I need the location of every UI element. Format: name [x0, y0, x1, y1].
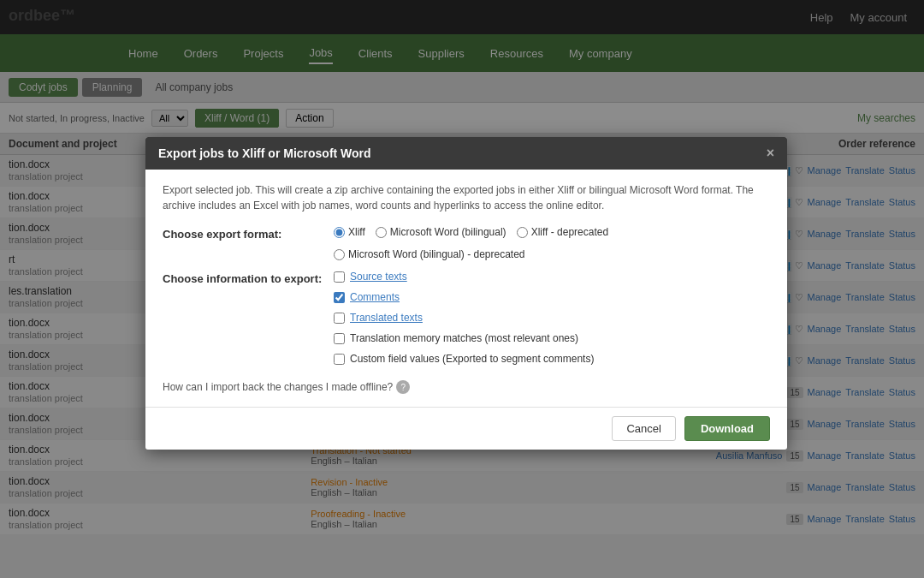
- help-icon[interactable]: ?: [396, 380, 410, 394]
- format-msword-dep[interactable]: Microsoft Word (bilingual) - deprecated: [334, 248, 525, 260]
- format-xliff-dep[interactable]: Xliff - deprecated: [517, 226, 609, 238]
- opt-comments[interactable]: Comments: [334, 291, 594, 303]
- modal-body: Export selected job. This will create a …: [145, 170, 787, 407]
- modal-footer: Cancel Download: [145, 407, 787, 450]
- opt-source-label: Source texts: [350, 271, 407, 283]
- info-row: Choose information to export: Source tex…: [163, 271, 770, 370]
- format-row: Choose export format: Xliff Microsoft Wo…: [163, 226, 770, 260]
- format-msword-label: Microsoft Word (bilingual): [390, 226, 506, 238]
- format-msword[interactable]: Microsoft Word (bilingual): [376, 226, 506, 238]
- opt-source-checkbox[interactable]: [334, 271, 345, 283]
- modal-close-btn[interactable]: ×: [767, 146, 774, 161]
- modal-description: Export selected job. This will create a …: [163, 182, 770, 213]
- info-options: Source texts Comments Translated texts T…: [334, 271, 594, 370]
- opt-source[interactable]: Source texts: [334, 271, 594, 283]
- info-label: Choose information to export:: [163, 271, 334, 285]
- opt-translated-checkbox[interactable]: [334, 313, 345, 324]
- format-msword-dep-label: Microsoft Word (bilingual) - deprecated: [348, 248, 525, 260]
- opt-tm-checkbox[interactable]: [334, 333, 345, 344]
- opt-translated[interactable]: Translated texts: [334, 312, 594, 324]
- import-question-text: How can I import back the changes I made…: [163, 381, 393, 393]
- opt-translated-label: Translated texts: [350, 312, 423, 324]
- opt-custom[interactable]: Custom field values (Exported to segment…: [334, 353, 594, 365]
- opt-comments-checkbox[interactable]: [334, 292, 345, 303]
- format-xliff-radio[interactable]: [334, 227, 345, 238]
- opt-custom-label: Custom field values (Exported to segment…: [350, 353, 594, 365]
- format-label: Choose export format:: [163, 226, 334, 241]
- format-options: Xliff Microsoft Word (bilingual) Xliff -…: [334, 226, 770, 260]
- format-msword-radio[interactable]: [376, 227, 387, 238]
- opt-tm[interactable]: Translation memory matches (most relevan…: [334, 332, 594, 344]
- format-xliff-dep-label: Xliff - deprecated: [531, 226, 609, 238]
- export-modal: Export jobs to Xliff or Microsoft Word ×…: [145, 137, 787, 450]
- cancel-button[interactable]: Cancel: [612, 416, 675, 441]
- import-question-row: How can I import back the changes I made…: [163, 380, 770, 394]
- opt-custom-checkbox[interactable]: [334, 354, 345, 365]
- format-xliff[interactable]: Xliff: [334, 226, 365, 238]
- opt-tm-label: Translation memory matches (most relevan…: [350, 332, 578, 344]
- format-msword-dep-radio[interactable]: [334, 249, 345, 260]
- modal-title: Export jobs to Xliff or Microsoft Word: [158, 146, 371, 160]
- modal-header: Export jobs to Xliff or Microsoft Word ×: [145, 137, 787, 170]
- download-button[interactable]: Download: [684, 416, 770, 441]
- format-xliff-dep-radio[interactable]: [517, 227, 528, 238]
- opt-comments-label: Comments: [350, 291, 400, 303]
- format-xliff-label: Xliff: [348, 226, 365, 238]
